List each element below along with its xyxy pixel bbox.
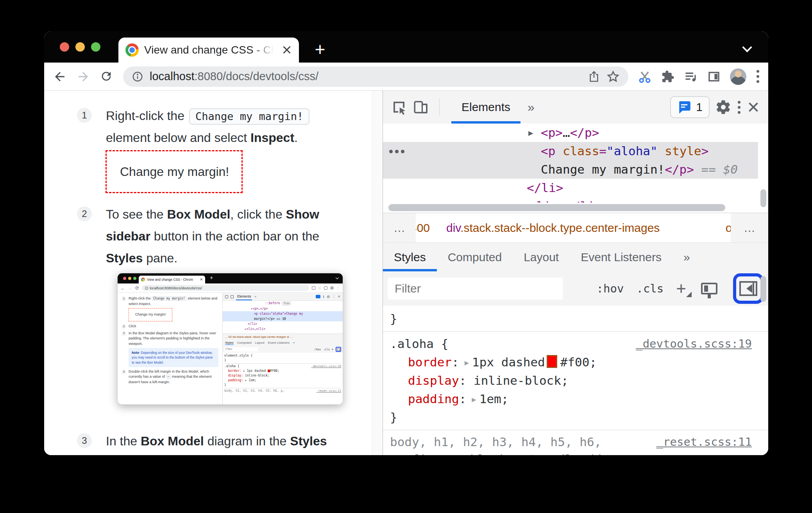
tab-title: View and change CSS - Chrom xyxy=(144,44,276,56)
tab-computed[interactable]: Computed xyxy=(437,243,513,271)
expand-arrow-icon[interactable]: ▶ xyxy=(528,124,533,142)
css-property-padding[interactable]: padding:▶1em; xyxy=(383,390,768,408)
site-info-icon[interactable] xyxy=(132,71,143,83)
extensions-puzzle-icon[interactable] xyxy=(661,70,674,83)
thumb-note-box: Note: Depending on the size of your DevT… xyxy=(129,348,218,367)
css-rule-aloha[interactable]: .aloha { _devtools.scss:19 border:▶1px d… xyxy=(383,335,768,427)
breadcrumb-overflow-right[interactable]: … xyxy=(731,213,768,242)
styles-vertical-scrollbar[interactable] xyxy=(760,276,766,302)
reload-button[interactable] xyxy=(100,70,114,84)
forward-button[interactable] xyxy=(76,70,90,84)
tab-styles[interactable]: Styles xyxy=(383,243,437,271)
breadcrumb-overflow-left[interactable]: … xyxy=(383,213,416,242)
profile-avatar[interactable] xyxy=(730,68,746,85)
page-scrollbar[interactable] xyxy=(372,91,383,455)
thumb-show-sidebar-button xyxy=(336,347,341,352)
back-button[interactable] xyxy=(53,70,67,84)
minimize-window-button[interactable] xyxy=(75,42,85,52)
thumb-doc-pane: 1 Right-click the Change my margin! elem… xyxy=(118,293,222,405)
browser-menu-icon[interactable] xyxy=(756,70,760,83)
new-tab-button[interactable]: + xyxy=(309,38,331,60)
browser-window: View and change CSS - Chrom + localhost:… xyxy=(44,31,768,455)
step-1-marker: 1 xyxy=(77,108,92,123)
toggle-element-classes[interactable]: .cls xyxy=(636,282,664,295)
dom-row-selected[interactable]: <p class="aloha" style> Change my margin… xyxy=(383,142,758,179)
expand-property-icon[interactable]: ▶ xyxy=(465,358,469,367)
show-sidebar-button-highlighted[interactable] xyxy=(733,273,764,304)
url-host: localhost xyxy=(150,70,194,83)
address-bar[interactable]: localhost:8080/docs/devtools/css/ xyxy=(123,66,628,87)
inline-code-chip: Change my margin! xyxy=(189,108,309,125)
dom-node-menu-icon[interactable] xyxy=(389,150,404,153)
thumb-demo-box: Change my margin! xyxy=(129,308,172,321)
css-property-border[interactable]: border:▶1px dashed#f00; xyxy=(383,353,768,371)
thumb-devtools: Elements » 1 ⚙⋮✕ ::before flex ▸<p>…</p>… xyxy=(222,293,343,405)
dom-row-p-collapsed[interactable]: ▶ <p>…</p> xyxy=(383,124,758,142)
browser-tab[interactable]: View and change CSS - Chrom xyxy=(118,38,299,63)
browser-toolbar: localhost:8080/docs/devtools/css/ xyxy=(44,63,768,91)
element-style-close-brace[interactable]: } xyxy=(383,310,768,328)
bookmark-star-icon[interactable] xyxy=(606,70,620,83)
demo-element[interactable]: Change my margin! xyxy=(106,150,243,193)
step-2-marker: 2 xyxy=(77,206,92,221)
thumb-avatar xyxy=(330,286,334,290)
dom-vertical-scrollbar[interactable] xyxy=(758,124,768,203)
maximize-window-button[interactable] xyxy=(91,42,100,52)
expand-property-icon[interactable]: ▶ xyxy=(472,395,476,404)
thumb-tab: View and change CSS - Chrom ✕ xyxy=(139,276,205,283)
css-property-display[interactable]: display: inline-block; xyxy=(383,371,768,390)
tab-search-chevron-icon[interactable] xyxy=(743,43,751,52)
settings-gear-icon[interactable] xyxy=(715,99,732,115)
dom-breadcrumbs: … 400 div.stack.stack--block.type.center… xyxy=(383,213,768,242)
url-path: :8080/docs/devtools/css/ xyxy=(194,70,318,83)
new-style-rule-button[interactable]: + xyxy=(676,280,686,297)
breadcrumb-truncated[interactable]: 400 xyxy=(416,221,430,235)
dom-tree: ▶ <p>…</p> <p class="aloha" style> Chang… xyxy=(383,124,768,213)
dom-selected-line2: Change my margin!</p> == $0 xyxy=(541,160,738,179)
styles-filter-input[interactable] xyxy=(388,278,563,300)
tab-event-listeners[interactable]: Event Listeners xyxy=(570,243,672,271)
thumb-chat-icon xyxy=(316,295,320,298)
chat-bubble-icon xyxy=(677,100,691,114)
toggle-hover-state[interactable]: :hov xyxy=(597,282,624,295)
thumb-favicon-icon xyxy=(141,278,145,282)
rule-selector: .aloha { xyxy=(390,337,448,351)
tutorial-screenshot[interactable]: View and change CSS - Chrom ✕ + ←→ i loc… xyxy=(117,273,343,405)
tab-strip: View and change CSS - Chrom + xyxy=(44,31,768,63)
chrome-favicon-icon xyxy=(125,43,139,57)
tab-elements[interactable]: Elements xyxy=(450,91,522,124)
demo-element-text: Change my margin! xyxy=(120,165,229,179)
url-text[interactable]: localhost:8080/docs/devtools/css/ xyxy=(150,70,581,83)
more-panels-chevrons[interactable]: » xyxy=(528,100,535,115)
dom-selected-line1: <p class="aloha" style> xyxy=(541,142,708,160)
sidebar-tabs: Styles Computed Layout Event Listeners » xyxy=(383,242,768,271)
console-messages-button[interactable]: 1 xyxy=(670,96,710,118)
media-playlist-icon[interactable] xyxy=(684,70,698,84)
breadcrumb-current[interactable]: div.stack.stack--block.type.center-image… xyxy=(446,221,660,235)
show-sidebar-icon xyxy=(739,281,757,296)
devtools-menu-icon[interactable] xyxy=(737,101,741,114)
breadcrumb-active-area[interactable]: 400 div.stack.stack--block.type.center-i… xyxy=(416,213,731,242)
devtools-close-icon[interactable] xyxy=(746,100,760,114)
step-2-text: To see the Box Model, click the Show sid… xyxy=(106,203,319,269)
source-link-reset-scss[interactable]: _reset.scss:11 xyxy=(656,433,752,450)
css-rule-reset[interactable]: body, h1, h2, h3, h4, h5, h6, _reset.scs… xyxy=(383,433,768,455)
source-link-devtools-scss[interactable]: _devtools.scss:19 xyxy=(636,335,752,353)
rule-close-brace: } xyxy=(383,408,768,427)
paint-brush-icon[interactable] xyxy=(701,283,717,294)
tab-layout[interactable]: Layout xyxy=(513,243,570,271)
tab-close-icon[interactable] xyxy=(282,45,292,55)
more-tabs-chevrons[interactable]: » xyxy=(672,243,701,271)
side-panel-icon[interactable] xyxy=(707,70,721,83)
breadcrumb-next[interactable]: ol xyxy=(726,221,731,235)
thumb-toolbar: ←→ i localhost:8080/docs/devtools/css/ ☆… xyxy=(118,283,343,293)
devtools-toolbar: Elements » 1 xyxy=(383,91,768,124)
device-toolbar-icon[interactable] xyxy=(413,99,429,115)
dom-horizontal-scrollbar[interactable] xyxy=(383,203,758,213)
dom-row-li-close[interactable]: </li> xyxy=(383,179,758,197)
close-window-button[interactable] xyxy=(60,42,69,52)
scissors-extension-icon[interactable] xyxy=(638,70,652,84)
color-swatch-red[interactable] xyxy=(547,355,557,368)
inspect-element-icon[interactable] xyxy=(391,99,407,115)
share-icon[interactable] xyxy=(588,70,600,83)
